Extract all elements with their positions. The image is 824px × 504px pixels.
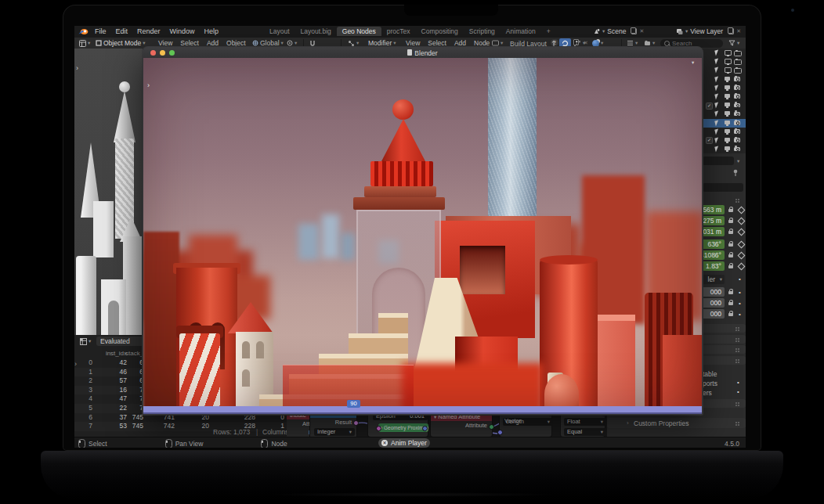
socket-result[interactable] (353, 420, 359, 426)
checkbox[interactable]: ✓ (706, 137, 713, 144)
editor-type-button[interactable]: ▾ (77, 38, 92, 48)
menu-item[interactable]: Edit (111, 27, 133, 35)
animate-dot-icon[interactable]: • (739, 300, 741, 307)
lock-icon[interactable] (728, 231, 733, 234)
menu-item[interactable]: Select (176, 39, 203, 47)
column-header[interactable]: inst_idx (91, 350, 127, 357)
hide-viewport-icon[interactable] (725, 50, 732, 56)
hide-viewport-icon[interactable] (725, 77, 730, 81)
outliner-row[interactable] (703, 92, 746, 101)
outliner-row[interactable] (703, 119, 746, 128)
disable-render-icon[interactable] (734, 59, 742, 66)
hide-viewport-icon[interactable] (725, 129, 730, 133)
outliner-row[interactable]: ✓ (703, 101, 746, 110)
hide-viewport-icon[interactable] (725, 85, 730, 89)
new-view-layer-icon[interactable] (728, 28, 734, 34)
menu-item[interactable]: Add (203, 39, 222, 47)
selectable-toggle-icon[interactable] (714, 128, 720, 135)
workspace-tab[interactable]: Geo Nodes (337, 27, 381, 36)
panel-expand-icon[interactable]: › (76, 64, 78, 72)
workspace-tab[interactable]: Scripting (464, 27, 501, 36)
disable-render-icon[interactable] (734, 103, 740, 108)
socket-vector[interactable] (497, 430, 503, 435)
integer-dropdown[interactable]: Integer ▾ (314, 428, 355, 436)
spreadsheet-editor-type[interactable]: ▾ (78, 337, 93, 346)
search-input[interactable] (672, 40, 710, 47)
workspace-tab[interactable]: Compositing (416, 27, 464, 36)
object-name-field[interactable] (703, 183, 743, 192)
selectable-toggle-icon[interactable] (714, 49, 720, 56)
keyframe-icon[interactable] (738, 263, 746, 271)
disable-render-icon[interactable] (734, 121, 740, 125)
menu-item[interactable]: Window (165, 27, 200, 35)
pin-icon[interactable] (732, 169, 739, 177)
hide-viewport-icon[interactable] (725, 121, 730, 124)
disable-render-icon[interactable] (734, 51, 742, 57)
disable-render-icon[interactable] (734, 112, 740, 117)
viewport-3d-clay[interactable]: › (74, 49, 143, 335)
window-titlebar[interactable]: Blender (143, 47, 703, 58)
keyframe-icon[interactable] (738, 207, 746, 214)
lock-icon[interactable] (728, 209, 733, 212)
blender-logo-icon[interactable] (78, 27, 89, 36)
outliner-row[interactable] (703, 75, 746, 84)
panel-expand-icon[interactable]: › (147, 81, 150, 89)
hide-viewport-icon[interactable] (725, 94, 730, 98)
filter-button[interactable]: ▾ (726, 38, 742, 48)
node-tree-name[interactable]: Build Layout (510, 40, 547, 48)
workspace-tab[interactable]: + (541, 27, 556, 36)
hide-viewport-icon[interactable] (725, 59, 732, 64)
socket-input[interactable] (376, 426, 381, 431)
workspace-tab[interactable]: Animation (501, 27, 541, 36)
disable-render-icon[interactable] (734, 129, 740, 134)
lock-icon[interactable] (728, 302, 733, 305)
selectable-toggle-icon[interactable] (714, 111, 720, 117)
animate-dot-icon[interactable]: • (739, 289, 741, 296)
animate-dot-icon[interactable]: • (737, 379, 739, 386)
outliner-row[interactable] (703, 57, 746, 66)
frame-badge[interactable]: 90 (347, 400, 360, 408)
selectable-toggle-icon[interactable] (714, 120, 720, 126)
hide-viewport-icon[interactable] (725, 67, 732, 73)
outliner-row[interactable] (703, 49, 746, 57)
keyframe-icon[interactable] (738, 229, 746, 236)
outliner-row[interactable] (703, 145, 746, 153)
disable-render-icon[interactable] (734, 138, 740, 142)
lock-icon[interactable] (728, 243, 733, 247)
workspace-tab[interactable]: Layout.big (295, 27, 337, 36)
mode-selector[interactable]: Object Mode ▾ (93, 38, 147, 48)
keyframe-icon[interactable] (738, 241, 746, 249)
close-icon[interactable]: ✕ (639, 28, 644, 34)
outliner-search[interactable] (660, 39, 723, 48)
node-named-attribute-2[interactable]: ▾ Named Attribute Attribute (431, 413, 492, 437)
menu-item[interactable]: View (154, 39, 176, 47)
menu-item[interactable]: Object (222, 39, 250, 47)
hide-viewport-icon[interactable] (725, 111, 730, 115)
menu-item[interactable]: Select (424, 39, 450, 47)
chevron-down-icon[interactable]: ▾ (692, 60, 694, 66)
socket-output[interactable] (422, 426, 428, 431)
outliner-row[interactable] (703, 110, 746, 118)
disable-render-icon[interactable] (734, 85, 740, 90)
hide-viewport-icon[interactable] (725, 103, 730, 106)
disable-render-icon[interactable] (734, 77, 740, 81)
close-icon[interactable]: ✕ (736, 28, 741, 34)
disable-render-icon[interactable] (734, 94, 740, 99)
selectable-toggle-icon[interactable] (714, 146, 720, 153)
scene-selector[interactable]: ▾ Scene ✕ (593, 27, 644, 35)
menu-item[interactable]: Add (450, 39, 470, 47)
playback-strip[interactable] (143, 406, 702, 414)
disable-render-icon[interactable] (734, 68, 742, 74)
selectable-toggle-icon[interactable] (714, 85, 720, 91)
workspace-tab[interactable]: procTex (381, 27, 416, 36)
workspace-tab[interactable]: Layout (264, 27, 295, 36)
outliner-row[interactable] (703, 66, 746, 74)
menu-item[interactable]: File (90, 27, 111, 35)
menu-item[interactable]: Help (200, 27, 224, 35)
animate-dot-icon[interactable]: • (737, 388, 739, 395)
data-type-dropdown[interactable]: Float ▾ (564, 418, 606, 426)
outliner-row[interactable] (703, 84, 746, 92)
animate-dot-icon[interactable]: • (739, 311, 741, 318)
lock-icon[interactable] (728, 313, 733, 316)
lock-icon[interactable] (728, 265, 733, 268)
